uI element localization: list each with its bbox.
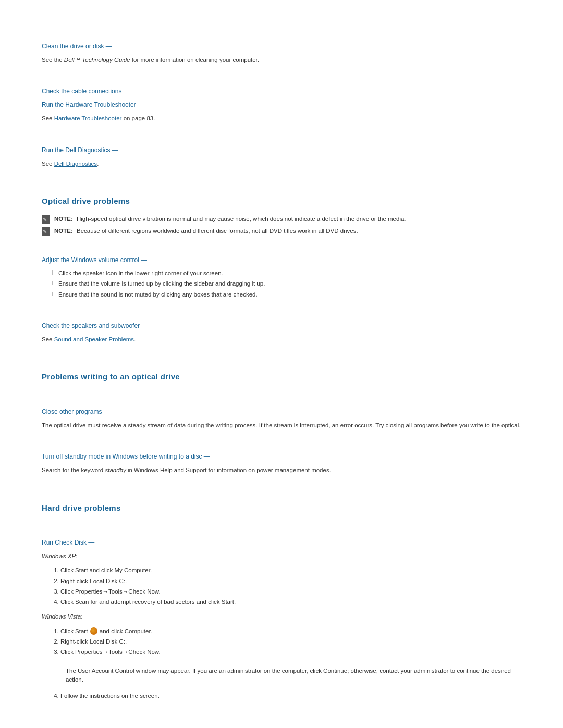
clean-drive-section: Clean the drive or disk — See the Dell™ … [42,42,521,65]
note-icon-2 [42,227,50,236]
dell-diagnostics-section: Run the Dell Diagnostics — See Dell Diag… [42,145,521,168]
writing-optical-title: Problems writing to an optical drive [42,371,521,383]
hard-drive-title: Hard drive problems [42,502,521,514]
xp-step-2: Right-click Local Disk C:. [60,577,521,586]
xp-step-1: Click Start and click My Computer. [60,566,521,575]
close-other-programs-heading: Close other programs — [42,407,521,416]
xp-step-4: Click Scan for and attempt recovery of b… [60,598,521,607]
turn-off-standby-heading: Turn off standby mode in Windows before … [42,452,521,461]
hardware-troubleshooter-link[interactable]: Hardware Troubleshooter [54,115,122,121]
clean-drive-body: See the Dell™ Technology Guide for more … [42,55,521,65]
optical-problems-section: Optical drive problems NOTE: High-speed … [42,195,521,344]
run-check-disk-heading: Run Check Disk — [42,538,521,547]
clean-drive-heading: Clean the drive or disk — [42,42,521,51]
xp-steps-list: Click Start and click My Computer. Right… [42,566,521,607]
note-1: NOTE: High-speed optical drive vibration… [42,215,521,224]
check-speakers-body: See Sound and Speaker Problems. [42,335,521,344]
close-programs-body: The optical drive must receive a steady … [42,421,521,430]
note-2: NOTE: Because of different regions world… [42,227,521,236]
check-cable-heading: Check the cable connections [42,87,521,96]
vista-step4-list: Follow the instructions on the screen. [42,692,521,700]
volume-step-2: Ensure that the volume is turned up by c… [52,279,521,288]
volume-step-3: Ensure that the sound is not muted by cl… [52,290,521,299]
vista-step-3: Click Properties→Tools→Check Now. [60,648,521,657]
writing-optical-section: Problems writing to an optical drive Clo… [42,371,521,475]
vista-steps-list: Click Start and click Computer. Right-cl… [42,627,521,657]
volume-steps-list: Click the speaker icon in the lower-righ… [42,269,521,299]
sound-speaker-link[interactable]: Sound and Speaker Problems [54,336,134,342]
vista-step-1: Click Start and click Computer. [60,627,521,636]
vista-icon [90,627,97,635]
dell-tech-guide-italic: Dell™ Technology Guide [64,57,130,63]
check-cable-section: Check the cable connections Run the Hard… [42,87,521,123]
check-speakers-heading: Check the speakers and subwoofer — [42,321,521,330]
dell-diagnostics-link[interactable]: Dell Diagnostics [54,161,97,167]
vista-step-4: Follow the instructions on the screen. [60,692,521,700]
adjust-volume-heading: Adjust the Windows volume control — [42,255,521,265]
volume-step-1: Click the speaker icon in the lower-righ… [52,269,521,278]
hard-drive-section: Hard drive problems Run Check Disk — Win… [42,502,521,701]
vista-step-2: Right-click Local Disk C:. [60,637,521,646]
uac-note: The User Account Control window may appe… [60,662,521,689]
xp-step-3: Click Properties→Tools→Check Now. [60,587,521,596]
optical-problems-title: Optical drive problems [42,195,521,207]
standby-italic: standby [105,467,126,473]
dell-diagnostics-heading: Run the Dell Diagnostics — [42,145,521,155]
windows-xp-label: Windows XP: [42,551,521,561]
windows-vista-label: Windows Vista: [42,612,521,621]
run-hardware-troubleshooter-heading: Run the Hardware Troubleshooter — [42,100,521,109]
note-icon-1 [42,215,50,224]
standby-body: Search for the keyword standby in Window… [42,465,521,475]
hardware-troubleshooter-body: See Hardware Troubleshooter on page 83. [42,114,521,123]
note-1-text: NOTE: High-speed optical drive vibration… [54,215,406,224]
dell-diagnostics-body: See Dell Diagnostics. [42,159,521,168]
note-2-text: NOTE: Because of different regions world… [54,227,358,236]
